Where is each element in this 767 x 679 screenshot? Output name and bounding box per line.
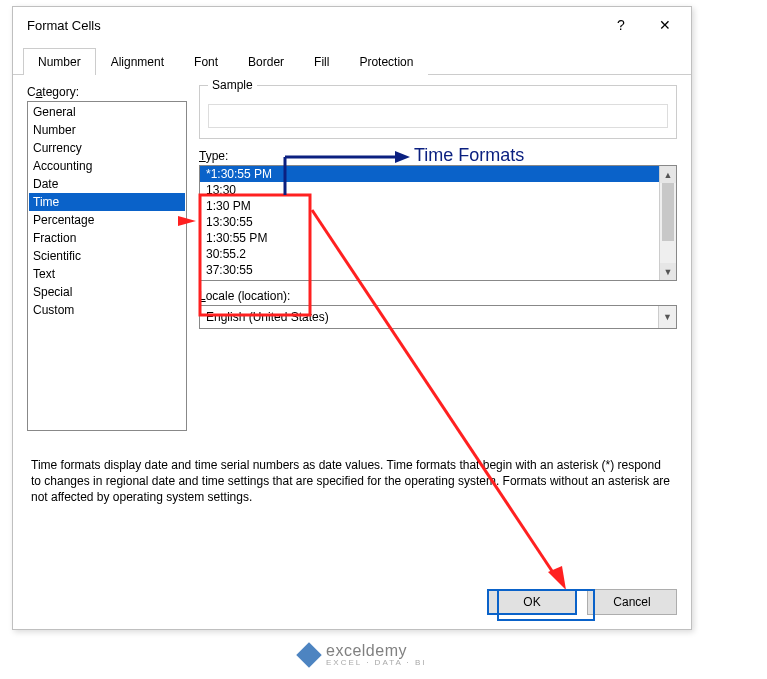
tab-number[interactable]: Number: [23, 48, 96, 75]
type-scrollbar[interactable]: ▲ ▼: [659, 166, 676, 280]
brand-tagline: EXCEL · DATA · BI: [326, 658, 427, 667]
dialog-body: Category: General Number Currency Accoun…: [13, 75, 691, 519]
tab-protection[interactable]: Protection: [344, 48, 428, 75]
type-item[interactable]: 30:55.2: [200, 246, 659, 262]
locale-combobox[interactable]: English (United States) ▼: [199, 305, 677, 329]
close-button[interactable]: ✕: [643, 8, 687, 42]
locale-value: English (United States): [206, 310, 658, 324]
sample-legend: Sample: [208, 78, 257, 92]
category-listbox[interactable]: General Number Currency Accounting Date …: [27, 101, 187, 431]
tab-font[interactable]: Font: [179, 48, 233, 75]
type-item-selected[interactable]: *1:30:55 PM: [200, 166, 659, 182]
chevron-down-icon[interactable]: ▼: [658, 306, 676, 328]
tab-alignment[interactable]: Alignment: [96, 48, 179, 75]
titlebar: Format Cells ? ✕: [13, 7, 691, 43]
locale-label: Locale (location):: [199, 289, 677, 303]
category-item-selected[interactable]: Time: [29, 193, 185, 211]
format-cells-dialog: Format Cells ? ✕ Number Alignment Font B…: [12, 6, 692, 630]
cancel-button[interactable]: Cancel: [587, 589, 677, 615]
tab-strip: Number Alignment Font Border Fill Protec…: [13, 43, 691, 75]
type-item[interactable]: 1:30:55 PM: [200, 230, 659, 246]
annotation-label: Time Formats: [414, 145, 524, 166]
type-item[interactable]: 37:30:55: [200, 262, 659, 278]
type-listbox[interactable]: *1:30:55 PM 13:30 1:30 PM 13:30:55 1:30:…: [199, 165, 677, 281]
tab-border[interactable]: Border: [233, 48, 299, 75]
type-item[interactable]: 13:30:55: [200, 214, 659, 230]
category-item[interactable]: Accounting: [29, 157, 185, 175]
category-item[interactable]: Scientific: [29, 247, 185, 265]
sample-group: Sample: [199, 85, 677, 139]
category-item[interactable]: Fraction: [29, 229, 185, 247]
type-item[interactable]: 13:30: [200, 182, 659, 198]
dialog-title: Format Cells: [27, 18, 599, 33]
category-item[interactable]: Currency: [29, 139, 185, 157]
category-item[interactable]: Number: [29, 121, 185, 139]
category-item[interactable]: Text: [29, 265, 185, 283]
dialog-buttons: OK Cancel: [487, 589, 677, 615]
scroll-up-icon[interactable]: ▲: [660, 166, 676, 183]
brand-icon: [296, 642, 321, 667]
ok-button[interactable]: OK: [487, 589, 577, 615]
category-item[interactable]: Custom: [29, 301, 185, 319]
category-item[interactable]: Percentage: [29, 211, 185, 229]
category-item[interactable]: Date: [29, 175, 185, 193]
sample-preview: [208, 104, 668, 128]
help-button[interactable]: ?: [599, 8, 643, 42]
scroll-thumb[interactable]: [662, 183, 674, 241]
category-label: Category:: [27, 85, 187, 99]
category-item[interactable]: Special: [29, 283, 185, 301]
type-item[interactable]: 1:30 PM: [200, 198, 659, 214]
scroll-down-icon[interactable]: ▼: [660, 263, 676, 280]
tab-fill[interactable]: Fill: [299, 48, 344, 75]
format-description: Time formats display date and time seria…: [27, 457, 677, 505]
branding: exceldemy EXCEL · DATA · BI: [300, 642, 427, 667]
category-item[interactable]: General: [29, 103, 185, 121]
